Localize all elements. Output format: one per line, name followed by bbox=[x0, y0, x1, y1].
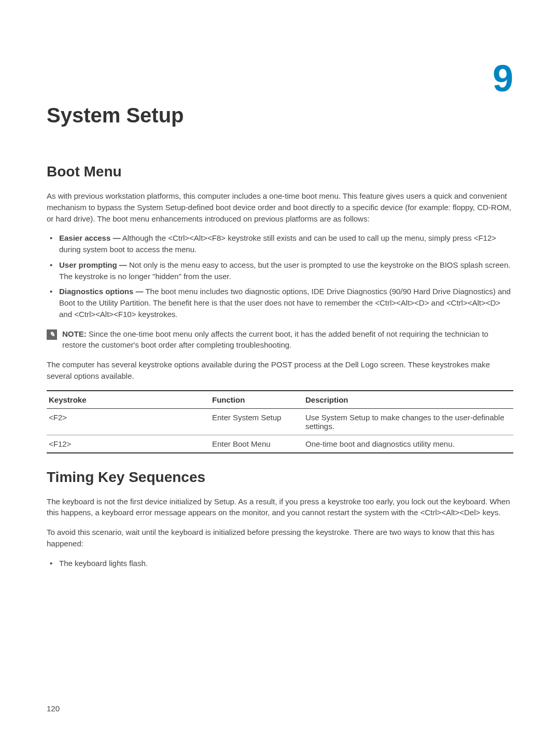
bullet-bold: Easier access — bbox=[59, 233, 120, 242]
section-heading-timing: Timing Key Sequences bbox=[47, 469, 513, 486]
th-function: Function bbox=[210, 391, 303, 409]
page-number: 120 bbox=[47, 704, 60, 713]
timing-p1: The keyboard is not the first device ini… bbox=[47, 496, 513, 519]
section-heading-boot-menu: Boot Menu bbox=[47, 163, 513, 180]
td-keystroke: <F12> bbox=[47, 435, 210, 453]
note-box: ✎ NOTE: Since the one-time boot menu onl… bbox=[47, 328, 513, 351]
boot-menu-list: Easier access — Although the <Ctrl><Alt>… bbox=[47, 232, 513, 320]
timing-p2: To avoid this scenario, wait until the k… bbox=[47, 527, 513, 549]
td-keystroke: <F2> bbox=[47, 408, 210, 435]
bullet-bold: User prompting — bbox=[59, 260, 127, 269]
th-keystroke: Keystroke bbox=[47, 391, 210, 409]
timing-list: The keyboard lights flash. bbox=[47, 558, 513, 569]
td-description: Use System Setup to make changes to the … bbox=[303, 408, 513, 435]
td-function: Enter Boot Menu bbox=[210, 435, 303, 453]
note-text: NOTE: Since the one-time boot menu only … bbox=[62, 328, 513, 351]
table-row: <F2> Enter System Setup Use System Setup… bbox=[47, 408, 513, 435]
list-item: User prompting — Not only is the menu ea… bbox=[47, 259, 513, 282]
bullet-text: Although the <Ctrl><Alt><F8> keystroke s… bbox=[59, 233, 496, 254]
bullet-text: Not only is the menu easy to access, but… bbox=[59, 260, 510, 281]
bullet-bold: Diagnostics options — bbox=[59, 287, 144, 296]
note-icon: ✎ bbox=[47, 329, 57, 340]
note-body: Since the one-time boot menu only affect… bbox=[62, 329, 488, 350]
note-label: NOTE: bbox=[62, 329, 87, 338]
list-item: Diagnostics options — The boot menu incl… bbox=[47, 286, 513, 320]
td-function: Enter System Setup bbox=[210, 408, 303, 435]
table-intro: The computer has several keystroke optio… bbox=[47, 359, 513, 382]
list-item: Easier access — Although the <Ctrl><Alt>… bbox=[47, 232, 513, 255]
page-title: System Setup bbox=[47, 104, 513, 127]
td-description: One-time boot and diagnostics utility me… bbox=[303, 435, 513, 453]
list-item: The keyboard lights flash. bbox=[47, 558, 513, 569]
table-row: <F12> Enter Boot Menu One-time boot and … bbox=[47, 435, 513, 453]
chapter-number: 9 bbox=[493, 57, 513, 100]
boot-menu-intro: As with previous workstation platforms, … bbox=[47, 190, 513, 224]
th-description: Description bbox=[303, 391, 513, 409]
keystroke-table: Keystroke Function Description <F2> Ente… bbox=[47, 390, 513, 453]
